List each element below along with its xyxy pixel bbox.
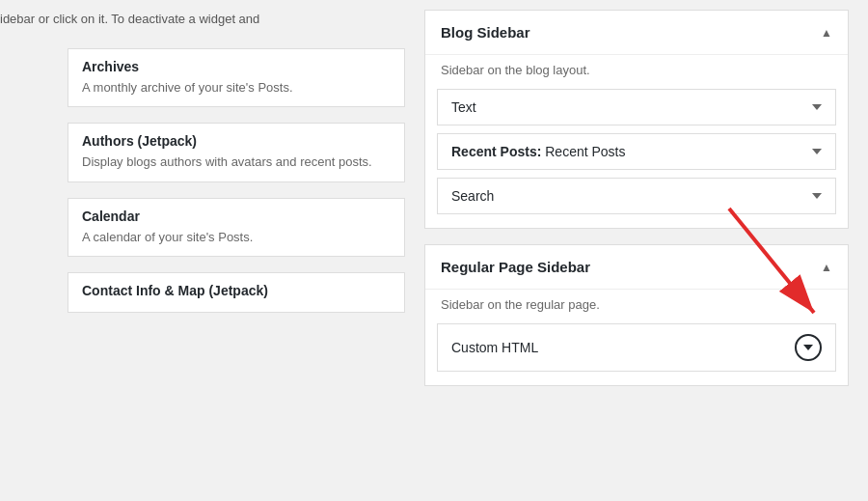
widget-archives-box[interactable]: Archives A monthly archive of your site'… <box>68 48 405 108</box>
search-arrow-icon <box>812 193 822 199</box>
regular-page-sidebar-section: Regular Page Sidebar ▲ Sidebar on the re… <box>424 244 849 386</box>
custom-html-arrow-icon <box>803 345 813 350</box>
widget-calendar-desc: A calendar of your site's Posts. <box>82 228 391 247</box>
widget-contact-title: Contact Info & Map (Jetpack) <box>82 283 391 298</box>
custom-html-widget-label: Custom HTML <box>451 340 538 355</box>
regular-sidebar-header: Regular Page Sidebar ▲ <box>425 245 848 290</box>
blog-sidebar-header: Blog Sidebar ▲ <box>425 11 848 55</box>
recent-posts-arrow-icon <box>812 149 822 154</box>
drag-handle-area <box>0 123 68 182</box>
list-item: Contact Info & Map (Jetpack) <box>0 264 405 320</box>
drag-handle-area <box>0 48 68 108</box>
available-widgets: Archives A monthly archive of your site'… <box>0 41 405 321</box>
blog-sidebar-section: Blog Sidebar ▲ Sidebar on the blog layou… <box>424 10 849 229</box>
text-widget-label: Text <box>451 99 476 115</box>
widget-archives-title: Archives <box>82 59 391 74</box>
text-widget-row[interactable]: Text <box>437 89 836 125</box>
instruction-text: idebar or click on it. To deactivate a w… <box>0 10 405 41</box>
blog-sidebar-title: Blog Sidebar <box>441 24 530 41</box>
sidebar-panel: Blog Sidebar ▲ Sidebar on the blog layou… <box>405 0 868 501</box>
blog-sidebar-collapse-icon[interactable]: ▲ <box>821 26 832 40</box>
widget-calendar-title: Calendar <box>82 209 391 224</box>
widget-contact-box[interactable]: Contact Info & Map (Jetpack) <box>68 272 405 313</box>
regular-sidebar-subtitle: Sidebar on the regular page. <box>425 290 848 323</box>
regular-sidebar-title: Regular Page Sidebar <box>441 259 590 275</box>
list-item: Authors (Jetpack) Display blogs authors … <box>0 115 405 190</box>
blog-sidebar-subtitle: Sidebar on the blog layout. <box>425 55 848 89</box>
widget-authors-desc: Display blogs authors with avatars and r… <box>82 153 391 172</box>
widget-calendar-box[interactable]: Calendar A calendar of your site's Posts… <box>68 198 405 258</box>
custom-html-dropdown-btn[interactable] <box>795 334 822 361</box>
list-item: Archives A monthly archive of your site'… <box>0 41 405 116</box>
widget-list-panel: idebar or click on it. To deactivate a w… <box>0 0 405 501</box>
widget-authors-box[interactable]: Authors (Jetpack) Display blogs authors … <box>68 123 405 182</box>
text-widget-arrow-icon <box>812 104 822 110</box>
regular-sidebar-collapse-icon[interactable]: ▲ <box>821 261 832 274</box>
recent-posts-widget-row[interactable]: Recent Posts: Recent Posts <box>437 133 836 170</box>
drag-handle-area <box>0 198 68 258</box>
drag-handle-area <box>0 272 68 313</box>
list-item: Calendar A calendar of your site's Posts… <box>0 190 405 265</box>
widget-archives-desc: A monthly archive of your site's Posts. <box>82 78 391 97</box>
recent-posts-widget-label: Recent Posts: Recent Posts <box>451 144 626 159</box>
custom-html-widget-row[interactable]: Custom HTML <box>437 323 836 372</box>
search-widget-row[interactable]: Search <box>437 178 836 214</box>
search-widget-label: Search <box>451 188 494 204</box>
widget-authors-title: Authors (Jetpack) <box>82 133 391 149</box>
